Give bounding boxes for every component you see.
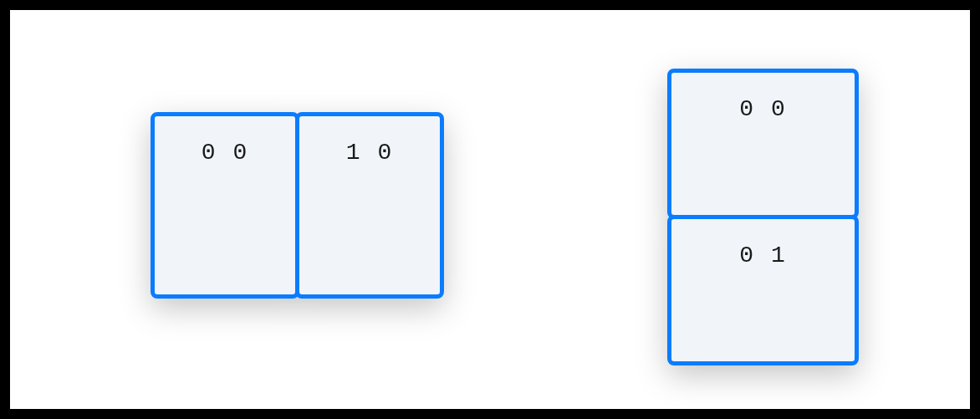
cell-v-1: 0 1 — [667, 215, 859, 365]
cell-label: 1 0 — [346, 140, 393, 166]
cell-label: 0 1 — [739, 243, 786, 268]
cell-label: 0 0 — [739, 96, 786, 122]
cell-h-0: 0 0 — [151, 112, 299, 299]
cell-label: 0 0 — [202, 140, 248, 166]
group-vertical: 0 0 0 1 — [667, 69, 859, 365]
cell-v-0: 0 0 — [667, 69, 859, 219]
diagram-canvas: 0 0 1 0 0 0 0 1 — [10, 10, 970, 409]
group-horizontal: 0 0 1 0 — [151, 112, 444, 299]
cell-h-1: 1 0 — [295, 112, 444, 299]
